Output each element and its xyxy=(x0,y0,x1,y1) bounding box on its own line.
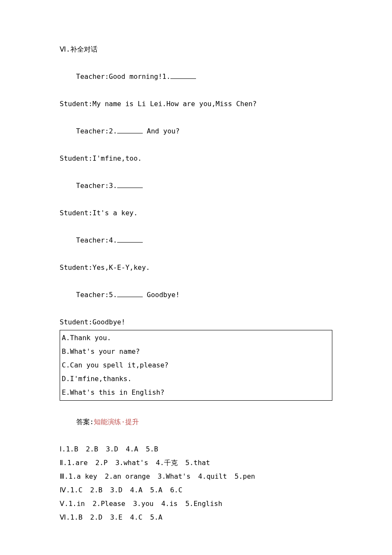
answer-item: 5.English xyxy=(185,500,222,508)
answer-row-6: Ⅵ.1.B2.D3.E4.C5.A xyxy=(60,511,332,524)
answer-item: 6.C xyxy=(170,486,182,494)
answer-item: 2.D xyxy=(90,513,103,521)
blank-5 xyxy=(117,297,143,297)
option-b: B.What's your name? xyxy=(62,345,330,358)
answer-item: 2.an orange xyxy=(105,472,150,480)
answer-item: 2.Please xyxy=(92,500,125,508)
answer-row-3: Ⅲ.1.a key2.an orange3.What's4.quilt5.pen xyxy=(60,470,332,483)
dialogue-text: Teacher:4. xyxy=(76,236,117,244)
answer-item: 3.What's xyxy=(158,472,190,480)
dialogue-text: Teacher:5. xyxy=(76,291,117,299)
dialogue-line-1: Teacher:Good morning!1. xyxy=(60,56,332,97)
dialogue-text: Teacher:3. xyxy=(76,182,117,190)
dialogue-line-7: Teacher:4. xyxy=(60,220,332,261)
answer-row-5: Ⅴ.1.in2.Please3.you4.is5.English xyxy=(60,497,332,511)
answer-item: 5.that xyxy=(185,459,210,467)
answer-item: 5.B xyxy=(146,445,158,453)
answers-label-prefix: 答案: xyxy=(76,418,94,426)
blank-3 xyxy=(117,188,143,188)
answer-row-1: Ⅰ.1.B2.B3.D4.A5.B xyxy=(60,442,332,456)
answer-item: 5.A xyxy=(150,513,162,521)
answer-item: 1.B xyxy=(70,513,83,521)
answer-item: 2.B xyxy=(90,486,103,494)
answer-item: 1.in xyxy=(69,500,85,508)
answer-heading: Ⅰ. xyxy=(60,445,66,453)
answers-header: 答案:知能演练·提升 xyxy=(60,402,332,442)
answer-item: 3.what's xyxy=(115,459,148,467)
dialogue-text: Teacher:2. xyxy=(76,127,117,135)
dialogue-line-3: Teacher:2. And you? xyxy=(60,111,332,152)
section-6-heading: Ⅵ.补全对话 xyxy=(60,43,332,56)
answer-item: 1.C xyxy=(70,486,83,494)
answer-row-2: Ⅱ.1.are2.P3.what's4.千克5.that xyxy=(60,456,332,470)
answer-row-4: Ⅳ.1.C2.B3.D4.A5.A6.C xyxy=(60,483,332,497)
dialogue-line-4: Student:I'mfine,too. xyxy=(60,152,332,165)
answer-item: 5.A xyxy=(150,486,162,494)
dialogue-text: Teacher:Good morning!1. xyxy=(76,72,171,81)
answer-heading: Ⅵ. xyxy=(60,513,70,521)
dialogue-line-8: Student:Yes,K-E-Y,key. xyxy=(60,261,332,275)
answer-item: 4.A xyxy=(126,445,138,453)
dialogue-line-9: Teacher:5. Goodbye! xyxy=(60,275,332,315)
dialogue-text: Goodbye! xyxy=(143,291,180,299)
answer-item: 2.B xyxy=(86,445,98,453)
answer-item: 3.E xyxy=(110,513,122,521)
answer-item: 4.is xyxy=(161,500,178,508)
option-a: A.Thank you. xyxy=(62,331,330,345)
answer-item: 1.B xyxy=(66,445,78,453)
answer-item: 4.A xyxy=(130,486,142,494)
option-e: E.What's this in English? xyxy=(62,386,330,399)
answer-item: 3.D xyxy=(106,445,118,453)
answer-heading: Ⅴ. xyxy=(60,500,69,508)
dialogue-line-5: Teacher:3. xyxy=(60,165,332,206)
answer-item: 3.D xyxy=(110,486,122,494)
option-c: C.Can you spell it,please? xyxy=(62,358,330,372)
blank-4 xyxy=(117,242,143,243)
answers-label-red: 知能演练·提升 xyxy=(94,418,139,426)
dialogue-line-6: Student:It's a key. xyxy=(60,206,332,220)
answer-item: 2.P xyxy=(95,459,108,467)
answer-item: 5.pen xyxy=(235,472,255,480)
blank-1 xyxy=(170,78,196,79)
answer-item: 1.are xyxy=(67,459,88,467)
options-box: A.Thank you. B.What's your name? C.Can y… xyxy=(60,330,332,401)
answer-heading: Ⅱ. xyxy=(60,459,67,467)
answer-heading: Ⅳ. xyxy=(60,486,70,494)
answer-item: 1.a key xyxy=(69,472,97,480)
answer-item: 3.you xyxy=(133,500,153,508)
document-content: Ⅵ.补全对话 Teacher:Good morning!1. Student:M… xyxy=(60,43,332,524)
blank-2 xyxy=(117,133,143,133)
answer-item: 4.C xyxy=(130,513,142,521)
answer-heading: Ⅲ. xyxy=(60,472,69,480)
dialogue-line-2: Student:My name is Li Lei.How are you,Mi… xyxy=(60,97,332,111)
answer-item: 4.千克 xyxy=(156,459,178,467)
option-d: D.I'mfine,thanks. xyxy=(62,372,330,386)
dialogue-line-10: Student:Goodbye! xyxy=(60,315,332,329)
dialogue-text: And you? xyxy=(143,127,180,135)
answer-item: 4.quilt xyxy=(198,472,227,480)
